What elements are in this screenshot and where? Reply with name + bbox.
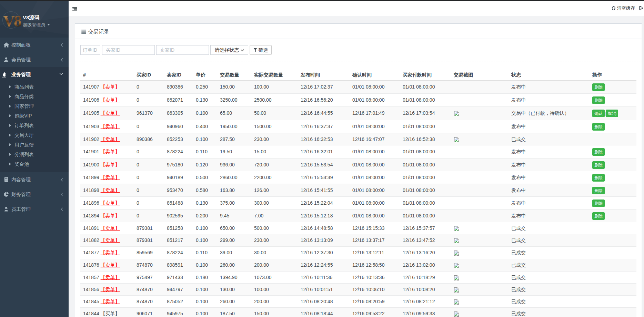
svg-text:V8: V8 (3, 12, 21, 29)
